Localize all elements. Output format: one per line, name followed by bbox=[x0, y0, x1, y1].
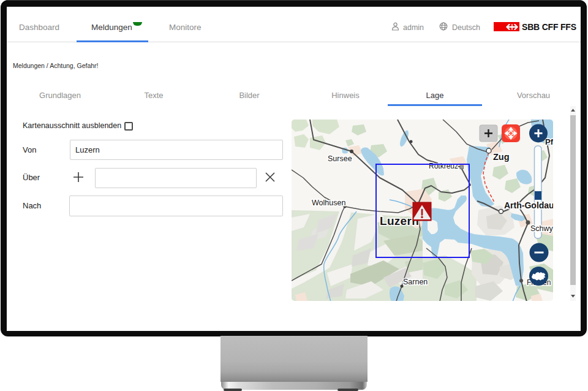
svg-text:Schwy: Schwy bbox=[530, 224, 553, 233]
svg-text:Arth-Goldau: Arth-Goldau bbox=[504, 200, 553, 210]
svg-text:Zug: Zug bbox=[493, 152, 510, 162]
svg-text:Pf: Pf bbox=[545, 137, 553, 146]
svg-text:Wolhusen: Wolhusen bbox=[312, 199, 345, 207]
svg-text:Sursee: Sursee bbox=[328, 154, 352, 163]
svg-text:Sarnen: Sarnen bbox=[403, 278, 428, 286]
svg-text:Rotkreuz: Rotkreuz bbox=[429, 162, 458, 170]
